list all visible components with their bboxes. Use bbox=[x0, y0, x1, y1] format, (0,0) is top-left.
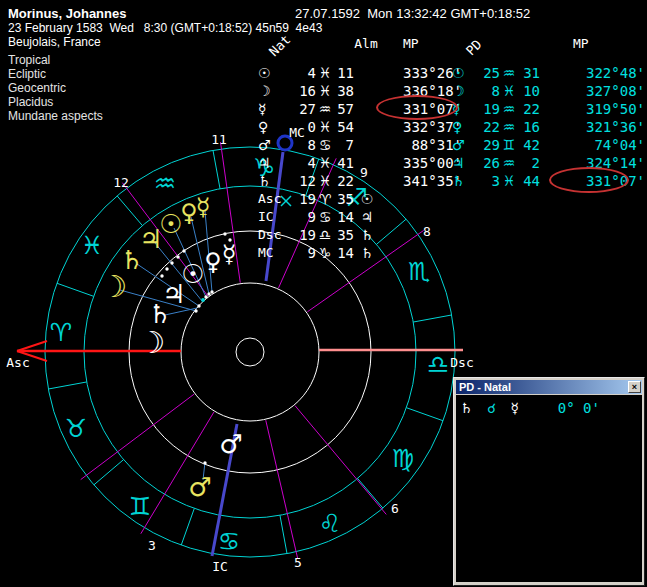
degree-value: 9 bbox=[284, 244, 316, 262]
orb-value: 0° 0' bbox=[558, 400, 600, 416]
sign-glyph: ♓ bbox=[500, 172, 518, 190]
alm-value bbox=[354, 118, 380, 136]
natal-mercury-glyph: ☿ bbox=[222, 240, 237, 268]
projection-tick bbox=[203, 461, 206, 464]
almuten-glyph: ☉ bbox=[354, 190, 380, 208]
house-number-11: 11 bbox=[211, 132, 227, 147]
pd-row-jupiter: ♃26♒2324°14' bbox=[452, 154, 645, 172]
sign-glyph: ♋ bbox=[316, 208, 334, 226]
mundane-position: 335°00' bbox=[380, 154, 462, 172]
minute-value: 42 bbox=[518, 136, 540, 154]
conjunction-icon: ☌ bbox=[487, 401, 496, 416]
degree-value: 16 bbox=[276, 82, 316, 100]
degree-value: 29 bbox=[470, 136, 500, 154]
window-title: PD - Natal bbox=[459, 381, 511, 393]
chart-name: Morinus, Johannes bbox=[8, 6, 126, 21]
sun-glyph: ☉ bbox=[452, 64, 470, 82]
venus-glyph: ♀ bbox=[452, 118, 470, 136]
alm-value bbox=[354, 82, 380, 100]
minute-value: 10 bbox=[518, 82, 540, 100]
sign-glyph: ♈ bbox=[316, 190, 334, 208]
sign-glyph: ♓ bbox=[500, 82, 518, 100]
sign-glyph: ♓ bbox=[316, 64, 334, 82]
sign-glyph: ♒ bbox=[500, 64, 518, 82]
settings-item-ecliptic: Ecliptic bbox=[8, 67, 103, 81]
mundane-position: 74°04' bbox=[540, 136, 645, 154]
sign-glyph: ♒ bbox=[500, 100, 518, 118]
directed-mercury-glyph: ☿ bbox=[196, 193, 211, 221]
zodiac-gemini-glyph: ♊ bbox=[129, 492, 151, 521]
projection-tick bbox=[170, 261, 173, 264]
sign-glyph: ♓ bbox=[316, 118, 334, 136]
zodiac-pisces-glyph: ♓ bbox=[81, 231, 103, 260]
minute-value: 16 bbox=[518, 118, 540, 136]
settings-list: TropicalEclipticGeocentricPlacidusMundan… bbox=[8, 53, 103, 123]
alm-value bbox=[354, 64, 380, 82]
degree-value: 3 bbox=[470, 172, 500, 190]
zodiac-virgo-glyph: ♍ bbox=[392, 444, 414, 473]
birth-data: 23 February 1583 Wed 8:30 (GMT+0:18:52) … bbox=[8, 21, 322, 35]
window-titlebar[interactable]: PD - Natal × bbox=[456, 380, 642, 394]
settings-item-mundane-aspects: Mundane aspects bbox=[8, 109, 103, 123]
zodiac-aries-glyph: ♈ bbox=[50, 318, 72, 347]
alm-column-header: Alm bbox=[352, 36, 380, 51]
natal-venus-glyph: ♀ bbox=[204, 248, 222, 276]
minute-value: 35 bbox=[334, 190, 354, 208]
degree-value: 19 bbox=[284, 226, 316, 244]
sign-glyph: ♒ bbox=[500, 118, 518, 136]
house-number-8: 8 bbox=[423, 224, 431, 239]
natal-mars-glyph: ♂ bbox=[219, 429, 242, 459]
mars-glyph: ♂ bbox=[258, 136, 276, 154]
ic-label: IC bbox=[258, 208, 284, 226]
window-close-icon[interactable]: × bbox=[628, 381, 641, 393]
degree-value: 8 bbox=[276, 136, 316, 154]
saturn-glyph: ♄ bbox=[452, 172, 470, 190]
degree-value: 9 bbox=[284, 208, 316, 226]
asc-label: Asc bbox=[6, 355, 29, 370]
pd-row-moon: ☽8♓10327°08' bbox=[452, 82, 645, 100]
projection-tick bbox=[165, 267, 168, 270]
sign-glyph: ♒ bbox=[500, 154, 518, 172]
sign-boundary-line bbox=[376, 219, 406, 244]
sign-glyph: ♓ bbox=[316, 154, 334, 172]
venus-glyph: ♀ bbox=[258, 118, 276, 136]
mercury-glyph: ☿ bbox=[258, 100, 276, 118]
sign-glyph: ♓ bbox=[316, 172, 334, 190]
projection-tick bbox=[194, 309, 197, 312]
dsc-label: Dsc bbox=[450, 355, 473, 370]
nat-row-saturn: ♄12♓22341°35' bbox=[258, 172, 462, 190]
mars-glyph: ♂ bbox=[452, 136, 470, 154]
projection-tick bbox=[160, 274, 163, 277]
almuten-glyph: ♄ bbox=[354, 226, 380, 244]
sign-boundary-line bbox=[117, 196, 142, 226]
wheel-circle-natal-inner bbox=[181, 283, 319, 421]
minute-value: 14 bbox=[334, 208, 354, 226]
saturn-glyph: ♄ bbox=[258, 172, 276, 190]
highlight-directed-saturn-mp bbox=[549, 167, 629, 193]
nat-row-venus: ♀0♓54332°37' bbox=[258, 118, 462, 136]
pd-row-mercury: ☿19♒22319°50' bbox=[452, 100, 645, 118]
sign-boundary-line bbox=[48, 382, 86, 389]
minute-value: 2 bbox=[518, 154, 540, 172]
settings-item-placidus: Placidus bbox=[8, 95, 103, 109]
alm-value bbox=[354, 154, 380, 172]
degree-value: 25 bbox=[470, 64, 500, 82]
degree-value: 12 bbox=[276, 172, 316, 190]
nat-row-asc: Asc19♈35☉ bbox=[258, 190, 380, 208]
sign-boundary-line bbox=[57, 283, 94, 296]
sign-boundary-line bbox=[94, 460, 124, 485]
projection-tick bbox=[204, 295, 207, 298]
nat-row-sun: ☉4♓11333°26' bbox=[258, 64, 462, 82]
zodiac-scorpio-glyph: ♏ bbox=[408, 257, 430, 286]
minute-value: 22 bbox=[334, 172, 354, 190]
alm-value bbox=[354, 136, 380, 154]
house-number-3: 3 bbox=[148, 538, 156, 553]
degree-value: 4 bbox=[276, 154, 316, 172]
sign-boundary-line bbox=[358, 478, 383, 508]
nat-row-mars: ♂8♋788°31' bbox=[258, 136, 462, 154]
house-cusp-line bbox=[266, 420, 298, 558]
mundane-position: 319°50' bbox=[540, 100, 645, 118]
mc-label: MC bbox=[258, 244, 284, 262]
birth-location: Beujolais, France bbox=[8, 35, 101, 49]
projection-tick bbox=[182, 249, 185, 252]
